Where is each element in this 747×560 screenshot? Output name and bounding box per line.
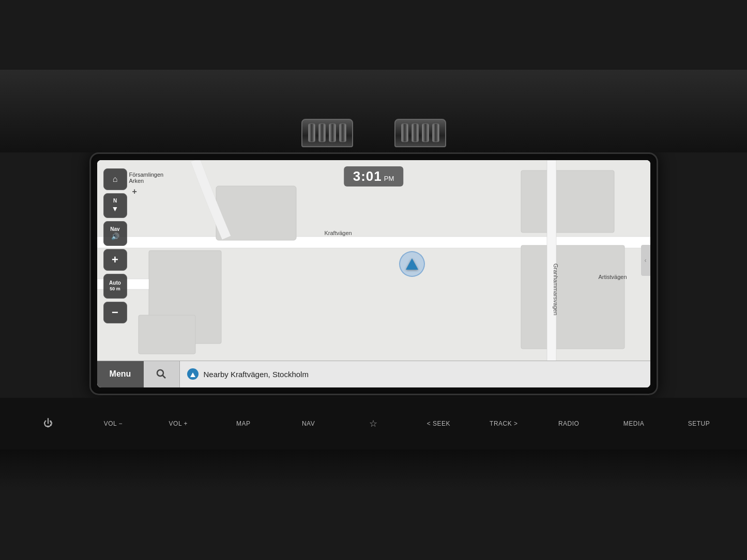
nav-audio-button[interactable]: Nav 🔊 [103,221,127,246]
svg-rect-2 [521,170,614,232]
home-icon: ⌂ [113,175,118,183]
media-button[interactable]: MEDIA [601,406,666,442]
poi-label: Församlingen Arken [129,172,164,184]
north-label: N [113,198,117,204]
auto-label: Auto [109,281,121,286]
plus-icon: + [112,253,118,267]
zoom-out-button[interactable]: − [103,302,127,323]
svg-point-8 [157,370,163,376]
nav-label: Nav [110,227,119,232]
search-icon [155,368,167,380]
physical-buttons-row: ⏻ VOL − VOL + MAP NAV ☆ < SEEK TRACK > R… [0,398,747,449]
track-forward-button[interactable]: TRACK > [471,406,536,442]
dashboard-bottom [0,449,747,491]
seek-back-label: < SEEK [427,420,450,427]
time-ampm: PM [384,175,394,182]
vent-group [301,119,446,147]
track-forward-label: TRACK > [490,420,518,427]
time-display: 3:01 PM [344,166,404,186]
navigation-screen: Församlingen Arken + Kraftvägen Granhamm… [97,160,650,387]
vent-slot [329,123,336,142]
seek-back-button[interactable]: < SEEK [406,406,471,442]
map-controls: ⌂ N ▼ Nav 🔊 + Auto 50 m − [103,168,127,323]
chevron-left-icon: ‹ [645,257,647,264]
poi-name-line1: Församlingen [129,172,164,178]
power-button[interactable]: ⏻ [16,406,81,442]
star-icon: ☆ [369,418,378,429]
media-label: MEDIA [623,420,645,427]
nav-label: NAV [302,420,315,427]
map-button[interactable]: MAP [211,406,276,442]
svg-rect-5 [139,315,195,354]
dashboard-top [0,70,747,152]
vent-slot [308,123,315,142]
radio-label: RADIO [558,420,580,427]
svg-rect-6 [547,160,556,361]
minus-icon: − [112,306,118,319]
setup-label: SETUP [688,420,710,427]
vent-slot [422,123,429,142]
setup-button[interactable]: SETUP [666,406,731,442]
vent-slot [411,123,419,142]
north-button[interactable]: N ▼ [103,193,127,218]
vent-slot [401,123,408,142]
arrow-icon [190,372,195,377]
vent-slot [432,123,439,142]
zoom-in-button[interactable]: + [103,249,127,271]
vol-plus-button[interactable]: VOL + [146,406,211,442]
menu-label: Menu [110,369,131,379]
map-area[interactable]: Församlingen Arken + Kraftvägen Granhamm… [97,160,650,361]
location-marker [399,251,425,277]
menu-button[interactable]: Menu [97,361,144,387]
location-text: Nearby Kraftvägen, Stockholm [204,370,309,379]
vol-minus-button[interactable]: VOL − [81,406,146,442]
map-svg [97,160,650,361]
compass-arrow: ▼ [112,205,119,213]
search-button[interactable] [144,361,180,387]
auto-distance: 50 m [110,287,120,291]
radio-button[interactable]: RADIO [536,406,601,442]
favorites-button[interactable]: ☆ [341,406,406,442]
location-nav-icon [187,368,199,380]
poi-name-line2: Arken [129,178,164,184]
svg-line-9 [163,376,166,379]
vol-minus-label: VOL − [104,420,123,427]
home-button[interactable]: ⌂ [103,168,127,190]
vent-slot [339,123,346,142]
vent-slot [318,123,326,142]
vol-plus-label: VOL + [169,420,188,427]
right-vent [394,119,446,147]
marker-circle [399,251,425,277]
screen-bezel: Församlingen Arken + Kraftvägen Granhamm… [89,152,658,395]
auto-zoom-button[interactable]: Auto 50 m [103,274,127,299]
navigation-arrow [406,258,418,270]
left-vent [301,119,353,147]
time-value: 3:01 [353,168,382,184]
svg-rect-3 [521,245,624,349]
map-label: MAP [236,420,251,427]
speaker-icon: 🔊 [111,233,119,240]
nav-bottom-bar: Menu Nearby Kraftvägen, Stockholm [97,361,650,387]
map-scroll-handle[interactable]: ‹ [641,245,650,276]
power-icon: ⏻ [43,418,53,429]
nav-button[interactable]: NAV [276,406,341,442]
poi-cross-icon: + [132,187,137,196]
location-bar: Nearby Kraftvägen, Stockholm [180,361,650,387]
